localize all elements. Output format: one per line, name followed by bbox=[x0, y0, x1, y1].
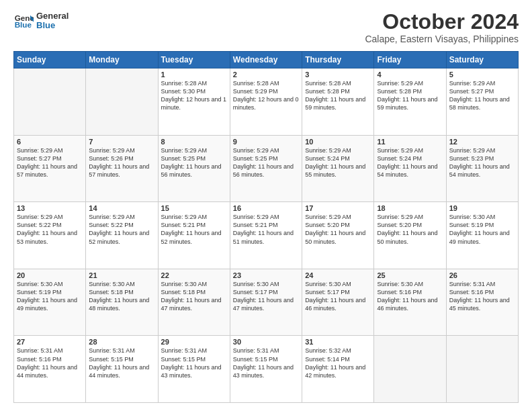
location-title: Calape, Eastern Visayas, Philippines bbox=[365, 34, 519, 44]
header: General Blue General Blue October 2024 C… bbox=[13, 11, 519, 44]
day-number: 30 bbox=[233, 338, 299, 346]
day-number: 22 bbox=[161, 271, 227, 279]
calendar-cell: 5Sunrise: 5:29 AM Sunset: 5:27 PM Daylig… bbox=[446, 68, 518, 136]
day-info: Sunrise: 5:29 AM Sunset: 5:21 PM Dayligh… bbox=[233, 213, 299, 246]
day-number: 20 bbox=[17, 271, 83, 279]
day-info: Sunrise: 5:30 AM Sunset: 5:19 PM Dayligh… bbox=[449, 213, 515, 246]
calendar-cell: 2Sunrise: 5:28 AM Sunset: 5:29 PM Daylig… bbox=[230, 68, 302, 136]
day-number: 1 bbox=[161, 71, 227, 79]
calendar-cell: 20Sunrise: 5:30 AM Sunset: 5:19 PM Dayli… bbox=[14, 269, 86, 336]
day-info: Sunrise: 5:29 AM Sunset: 5:20 PM Dayligh… bbox=[305, 213, 371, 246]
calendar-cell: 13Sunrise: 5:29 AM Sunset: 5:22 PM Dayli… bbox=[14, 202, 86, 269]
day-number: 5 bbox=[449, 71, 515, 79]
calendar-cell: 4Sunrise: 5:29 AM Sunset: 5:28 PM Daylig… bbox=[374, 68, 446, 136]
calendar-week-row: 6Sunrise: 5:29 AM Sunset: 5:27 PM Daylig… bbox=[14, 135, 519, 202]
day-number: 8 bbox=[161, 138, 227, 146]
day-info: Sunrise: 5:29 AM Sunset: 5:20 PM Dayligh… bbox=[377, 213, 443, 246]
day-number: 23 bbox=[233, 271, 299, 279]
calendar-cell bbox=[14, 68, 86, 136]
day-info: Sunrise: 5:30 AM Sunset: 5:19 PM Dayligh… bbox=[17, 280, 83, 313]
calendar-cell: 26Sunrise: 5:31 AM Sunset: 5:16 PM Dayli… bbox=[446, 269, 518, 336]
day-info: Sunrise: 5:29 AM Sunset: 5:27 PM Dayligh… bbox=[449, 79, 515, 112]
calendar-cell: 27Sunrise: 5:31 AM Sunset: 5:16 PM Dayli… bbox=[14, 336, 86, 403]
calendar-cell: 29Sunrise: 5:31 AM Sunset: 5:15 PM Dayli… bbox=[158, 336, 230, 403]
day-info: Sunrise: 5:29 AM Sunset: 5:26 PM Dayligh… bbox=[89, 146, 154, 179]
logo-text: General Blue bbox=[36, 11, 69, 31]
calendar-cell: 9Sunrise: 5:29 AM Sunset: 5:25 PM Daylig… bbox=[230, 135, 302, 202]
calendar-cell: 18Sunrise: 5:29 AM Sunset: 5:20 PM Dayli… bbox=[374, 202, 446, 269]
calendar-cell: 15Sunrise: 5:29 AM Sunset: 5:21 PM Dayli… bbox=[158, 202, 230, 269]
day-info: Sunrise: 5:29 AM Sunset: 5:21 PM Dayligh… bbox=[161, 213, 227, 246]
calendar-cell: 7Sunrise: 5:29 AM Sunset: 5:26 PM Daylig… bbox=[86, 135, 158, 202]
calendar-cell: 25Sunrise: 5:30 AM Sunset: 5:16 PM Dayli… bbox=[374, 269, 446, 336]
calendar-cell bbox=[374, 336, 446, 403]
day-number: 14 bbox=[89, 204, 154, 212]
day-info: Sunrise: 5:31 AM Sunset: 5:15 PM Dayligh… bbox=[161, 347, 227, 379]
day-number: 9 bbox=[233, 138, 299, 146]
calendar-cell: 23Sunrise: 5:30 AM Sunset: 5:17 PM Dayli… bbox=[230, 269, 302, 336]
day-number: 3 bbox=[305, 71, 371, 79]
day-number: 24 bbox=[305, 271, 371, 279]
calendar-cell: 11Sunrise: 5:29 AM Sunset: 5:24 PM Dayli… bbox=[374, 135, 446, 202]
day-number: 26 bbox=[449, 271, 515, 279]
calendar-cell: 8Sunrise: 5:29 AM Sunset: 5:25 PM Daylig… bbox=[158, 135, 230, 202]
calendar-table: SundayMondayTuesdayWednesdayThursdayFrid… bbox=[13, 51, 519, 403]
weekday-header-wednesday: Wednesday bbox=[230, 52, 302, 68]
day-info: Sunrise: 5:31 AM Sunset: 5:16 PM Dayligh… bbox=[449, 280, 515, 313]
day-number: 4 bbox=[377, 71, 443, 79]
calendar-cell bbox=[86, 68, 158, 136]
calendar-cell bbox=[446, 336, 518, 403]
day-info: Sunrise: 5:28 AM Sunset: 5:29 PM Dayligh… bbox=[233, 79, 299, 112]
weekday-header-saturday: Saturday bbox=[446, 52, 518, 68]
calendar-cell: 3Sunrise: 5:28 AM Sunset: 5:28 PM Daylig… bbox=[302, 68, 374, 136]
day-info: Sunrise: 5:30 AM Sunset: 5:17 PM Dayligh… bbox=[305, 280, 371, 313]
day-info: Sunrise: 5:30 AM Sunset: 5:16 PM Dayligh… bbox=[377, 280, 443, 313]
day-info: Sunrise: 5:29 AM Sunset: 5:25 PM Dayligh… bbox=[233, 146, 299, 179]
page: General Blue General Blue October 2024 C… bbox=[0, 0, 532, 411]
day-info: Sunrise: 5:32 AM Sunset: 5:14 PM Dayligh… bbox=[305, 347, 371, 379]
calendar-cell: 31Sunrise: 5:32 AM Sunset: 5:14 PM Dayli… bbox=[302, 336, 374, 403]
weekday-header-row: SundayMondayTuesdayWednesdayThursdayFrid… bbox=[14, 52, 519, 68]
calendar-cell: 22Sunrise: 5:30 AM Sunset: 5:18 PM Dayli… bbox=[158, 269, 230, 336]
month-title: October 2024 bbox=[365, 11, 519, 32]
day-info: Sunrise: 5:28 AM Sunset: 5:30 PM Dayligh… bbox=[161, 79, 227, 112]
calendar-cell: 12Sunrise: 5:29 AM Sunset: 5:23 PM Dayli… bbox=[446, 135, 518, 202]
day-info: Sunrise: 5:30 AM Sunset: 5:18 PM Dayligh… bbox=[161, 280, 227, 313]
calendar-week-row: 27Sunrise: 5:31 AM Sunset: 5:16 PM Dayli… bbox=[14, 336, 519, 403]
day-number: 2 bbox=[233, 71, 299, 79]
calendar-week-row: 13Sunrise: 5:29 AM Sunset: 5:22 PM Dayli… bbox=[14, 202, 519, 269]
day-number: 11 bbox=[377, 138, 443, 146]
calendar-cell: 24Sunrise: 5:30 AM Sunset: 5:17 PM Dayli… bbox=[302, 269, 374, 336]
day-number: 18 bbox=[377, 204, 443, 212]
logo: General Blue General Blue bbox=[13, 11, 69, 31]
day-info: Sunrise: 5:29 AM Sunset: 5:27 PM Dayligh… bbox=[17, 146, 83, 179]
day-info: Sunrise: 5:30 AM Sunset: 5:17 PM Dayligh… bbox=[233, 280, 299, 313]
day-info: Sunrise: 5:30 AM Sunset: 5:18 PM Dayligh… bbox=[89, 280, 154, 313]
day-number: 17 bbox=[305, 204, 371, 212]
day-info: Sunrise: 5:29 AM Sunset: 5:22 PM Dayligh… bbox=[89, 213, 154, 246]
day-info: Sunrise: 5:28 AM Sunset: 5:28 PM Dayligh… bbox=[305, 79, 371, 112]
calendar-cell: 21Sunrise: 5:30 AM Sunset: 5:18 PM Dayli… bbox=[86, 269, 158, 336]
day-number: 6 bbox=[17, 138, 83, 146]
weekday-header-thursday: Thursday bbox=[302, 52, 374, 68]
day-info: Sunrise: 5:29 AM Sunset: 5:23 PM Dayligh… bbox=[449, 146, 515, 179]
title-block: October 2024 Calape, Eastern Visayas, Ph… bbox=[365, 11, 519, 44]
day-number: 25 bbox=[377, 271, 443, 279]
day-info: Sunrise: 5:31 AM Sunset: 5:15 PM Dayligh… bbox=[233, 347, 299, 379]
day-number: 28 bbox=[89, 338, 154, 346]
day-info: Sunrise: 5:29 AM Sunset: 5:28 PM Dayligh… bbox=[377, 79, 443, 112]
day-info: Sunrise: 5:29 AM Sunset: 5:24 PM Dayligh… bbox=[377, 146, 443, 179]
day-number: 16 bbox=[233, 204, 299, 212]
weekday-header-monday: Monday bbox=[86, 52, 158, 68]
day-info: Sunrise: 5:31 AM Sunset: 5:16 PM Dayligh… bbox=[17, 347, 83, 379]
day-info: Sunrise: 5:29 AM Sunset: 5:24 PM Dayligh… bbox=[305, 146, 371, 179]
calendar-cell: 17Sunrise: 5:29 AM Sunset: 5:20 PM Dayli… bbox=[302, 202, 374, 269]
calendar-cell: 19Sunrise: 5:30 AM Sunset: 5:19 PM Dayli… bbox=[446, 202, 518, 269]
day-number: 12 bbox=[449, 138, 515, 146]
day-number: 29 bbox=[161, 338, 227, 346]
calendar-cell: 30Sunrise: 5:31 AM Sunset: 5:15 PM Dayli… bbox=[230, 336, 302, 403]
calendar-week-row: 1Sunrise: 5:28 AM Sunset: 5:30 PM Daylig… bbox=[14, 68, 519, 136]
calendar-cell: 10Sunrise: 5:29 AM Sunset: 5:24 PM Dayli… bbox=[302, 135, 374, 202]
day-info: Sunrise: 5:29 AM Sunset: 5:22 PM Dayligh… bbox=[17, 213, 83, 246]
day-number: 13 bbox=[17, 204, 83, 212]
